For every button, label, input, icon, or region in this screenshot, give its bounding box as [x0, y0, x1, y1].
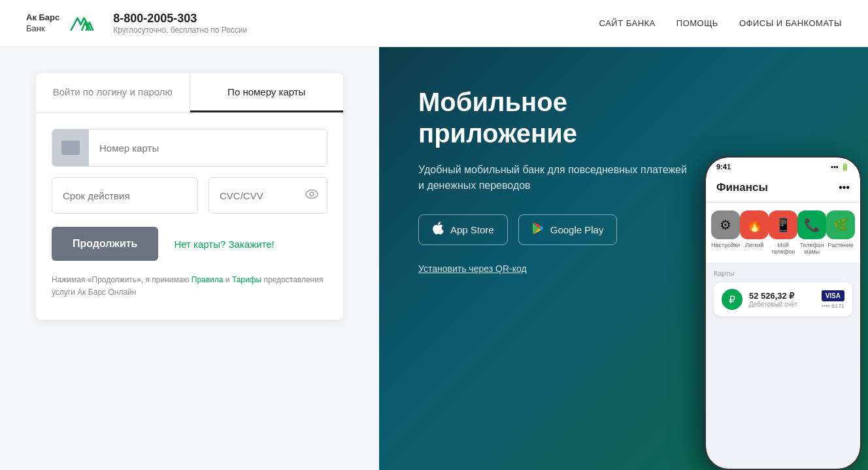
- cvv-wrapper: [209, 177, 327, 214]
- phone-card-item: ₽ 52 526,32 ₽ Дебетовый счёт VISA •••• 8…: [714, 282, 852, 316]
- appstore-label: App Store: [450, 224, 494, 235]
- qr-link[interactable]: Установить через QR-код: [418, 263, 527, 274]
- phone-cards-label: Карты: [714, 269, 852, 277]
- app-easy-icon: 🔥: [740, 210, 769, 239]
- form-body: [36, 113, 343, 214]
- phone-screen: 9:41 ▪▪▪ 🔋 Финансы ••• ⚙ Настройки 🔥: [706, 158, 860, 469]
- login-card: Войти по логину и паролю По номеру карты: [36, 73, 343, 320]
- appstore-button[interactable]: App Store: [418, 214, 508, 245]
- app-easy: 🔥 Легкий: [740, 210, 769, 255]
- promo-desc-line2: и денежных переводов: [418, 180, 531, 191]
- promo-desc-line1: Удобный мобильный банк для повседневных …: [418, 164, 687, 175]
- phone-card-info: 52 526,32 ₽ Дебетовый счёт: [749, 291, 815, 308]
- visa-badge: VISA: [822, 290, 844, 301]
- promo-title: Мобильное приложение: [418, 86, 693, 149]
- button-row: Продолжить Нет карты? Закажите!: [36, 227, 343, 261]
- terms-text: Нажимая «Продолжить», я принимаю Правила…: [36, 261, 343, 299]
- expiry-cvv-group: [52, 177, 327, 214]
- store-buttons: App Store Google Play: [418, 214, 693, 245]
- app-settings: ⚙ Настройки: [711, 210, 740, 255]
- header-phone: 8-800-2005-303 Круглосуточно, бесплатно …: [113, 12, 247, 35]
- phone-card-section: Карты ₽ 52 526,32 ₽ Дебетовый счёт VISA …: [706, 263, 860, 323]
- right-panel: Мобильное приложение Удобный мобильный б…: [379, 47, 868, 470]
- phone-status-icons: ▪▪▪ 🔋: [831, 163, 850, 171]
- terms-tariffs-link[interactable]: Тарифы: [232, 275, 261, 284]
- terms-rules-link[interactable]: Правила: [192, 275, 224, 284]
- card-last4: •••• 8171: [822, 303, 844, 309]
- card-input-wrapper: [52, 129, 327, 167]
- phone-time: 9:41: [716, 163, 731, 171]
- phone-card-badge-area: VISA •••• 8171: [822, 290, 844, 309]
- app-plant-icon: 🌿: [826, 210, 855, 239]
- nav-offices[interactable]: ОФИСЫ И БАНКОМАТЫ: [739, 18, 842, 28]
- left-panel: Войти по логину и паролю По номеру карты: [0, 47, 379, 470]
- app-plant: 🌿 Растение: [826, 210, 855, 255]
- terms-text-prefix: Нажимая «Продолжить», я принимаю: [52, 275, 192, 284]
- nav-site[interactable]: САЙТ БАНКА: [599, 18, 656, 28]
- tab-login-card[interactable]: По номеру карты: [190, 73, 344, 112]
- promo-content: Мобильное приложение Удобный мобильный б…: [418, 86, 693, 275]
- svg-point-1: [310, 192, 314, 196]
- header-nav: САЙТ БАНКА ПОМОЩЬ ОФИСЫ И БАНКОМАТЫ: [599, 18, 842, 28]
- app-settings-icon: ⚙: [711, 210, 740, 239]
- phone-app-header: Финансы •••: [706, 176, 860, 203]
- logo-svg: [70, 14, 103, 33]
- logo-name-line2: Банк: [26, 24, 59, 35]
- phone-menu-icon: •••: [839, 182, 850, 193]
- phone-apps-row: ⚙ Настройки 🔥 Легкий 📱 Мой телефон �: [706, 203, 860, 263]
- card-number-input[interactable]: [89, 129, 327, 166]
- svg-point-0: [306, 190, 318, 198]
- expiry-input[interactable]: [52, 177, 198, 214]
- phone-number: 8-800-2005-303: [113, 12, 247, 25]
- phone-outer: 9:41 ▪▪▪ 🔋 Финансы ••• ⚙ Настройки 🔥: [705, 156, 861, 470]
- phone-card-icon: ₽: [722, 289, 743, 310]
- logo-icon: [70, 14, 103, 33]
- phone-status-bar: 9:41 ▪▪▪ 🔋: [706, 158, 860, 176]
- app-myphone: 📱 Мой телефон: [769, 210, 797, 255]
- googleplay-label: Google Play: [550, 224, 604, 235]
- eye-icon[interactable]: [305, 189, 318, 203]
- continue-button[interactable]: Продолжить: [52, 227, 158, 261]
- login-tabs: Войти по логину и паролю По номеру карты: [36, 73, 343, 113]
- phone-card-type: Дебетовый счёт: [749, 301, 815, 308]
- card-icon-area: [52, 129, 89, 166]
- main: Войти по логину и паролю По номеру карты: [0, 47, 868, 470]
- apple-icon: [432, 222, 444, 238]
- app-momphone-icon: 📞: [797, 210, 826, 239]
- googleplay-button[interactable]: Google Play: [518, 214, 618, 245]
- promo-desc: Удобный мобильный банк для повседневных …: [418, 162, 693, 193]
- phone-mockup: 9:41 ▪▪▪ 🔋 Финансы ••• ⚙ Настройки 🔥: [705, 156, 868, 470]
- header-left: Ак Барс Банк 8-800-2005-303 Круглосуточн…: [26, 12, 247, 35]
- phone-subtitle: Круглосуточно, бесплатно по России: [113, 25, 247, 35]
- terms-and: и: [223, 275, 231, 284]
- nav-help[interactable]: ПОМОЩЬ: [676, 18, 718, 28]
- logo-text: Ак Барс Банк: [26, 12, 59, 35]
- logo-name-line1: Ак Барс: [26, 12, 59, 24]
- app-momphone: 📞 Телефон мамы: [797, 210, 826, 255]
- phone-section-title: Финансы: [716, 181, 768, 194]
- googleplay-icon: [532, 222, 544, 238]
- app-myphone-icon: 📱: [769, 210, 797, 239]
- tab-login-password[interactable]: Войти по логину и паролю: [36, 73, 190, 112]
- header: Ак Барс Банк 8-800-2005-303 Круглосуточн…: [0, 0, 868, 47]
- card-chip-icon: [61, 141, 80, 155]
- card-number-group: [52, 129, 327, 167]
- phone-card-amount: 52 526,32 ₽: [749, 291, 815, 301]
- no-card-link[interactable]: Нет карты? Закажите!: [174, 239, 274, 250]
